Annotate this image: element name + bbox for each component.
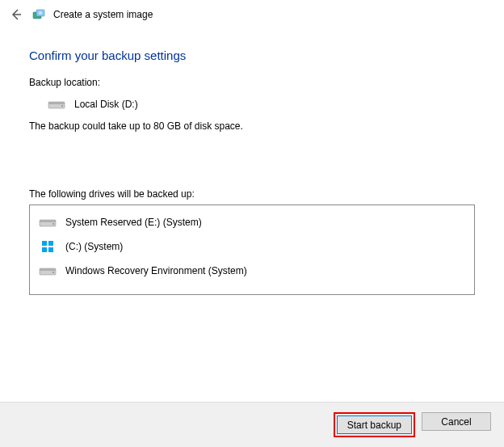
svg-point-16 [52, 272, 54, 273]
backup-location-row: Local Disk (D:) [47, 98, 475, 111]
drive-item: (C:) (System) [30, 234, 474, 259]
svg-point-6 [61, 105, 63, 107]
backup-location-value: Local Disk (D:) [74, 99, 138, 110]
drive-item: System Reserved (E:) (System) [30, 210, 474, 234]
svg-point-3 [39, 11, 42, 15]
svg-rect-12 [42, 247, 47, 252]
svg-rect-10 [42, 241, 47, 246]
backup-location-label: Backup location: [29, 77, 475, 88]
drive-item: Windows Recovery Environment (System) [30, 259, 474, 283]
svg-point-9 [52, 223, 54, 225]
svg-rect-13 [48, 247, 53, 252]
svg-rect-5 [48, 102, 65, 104]
disk-icon [38, 264, 57, 277]
svg-rect-15 [40, 268, 56, 271]
footer: Start backup Cancel [0, 402, 504, 447]
highlight-box: Start backup [334, 412, 415, 437]
size-info: The backup could take up to 80 GB of dis… [29, 120, 475, 132]
back-button[interactable] [8, 6, 24, 23]
wizard-header: Create a system image [0, 0, 504, 29]
windows-icon [38, 240, 57, 253]
drives-list: System Reserved (E:) (System) (C:) (Syst… [29, 205, 475, 295]
header-title: Create a system image [53, 9, 153, 20]
drives-label: The following drives will be backed up: [29, 188, 475, 200]
cancel-button[interactable]: Cancel [422, 412, 491, 431]
svg-rect-11 [48, 241, 53, 246]
drive-label: (C:) (System) [65, 241, 123, 252]
system-image-icon [32, 8, 45, 21]
disk-icon [47, 98, 66, 111]
svg-rect-8 [40, 220, 56, 222]
start-backup-button[interactable]: Start backup [337, 415, 412, 434]
drive-label: System Reserved (E:) (System) [65, 217, 202, 228]
drive-label: Windows Recovery Environment (System) [65, 265, 247, 276]
content-area: Confirm your backup settings Backup loca… [0, 29, 504, 295]
disk-icon [38, 216, 57, 229]
page-title: Confirm your backup settings [29, 48, 475, 62]
